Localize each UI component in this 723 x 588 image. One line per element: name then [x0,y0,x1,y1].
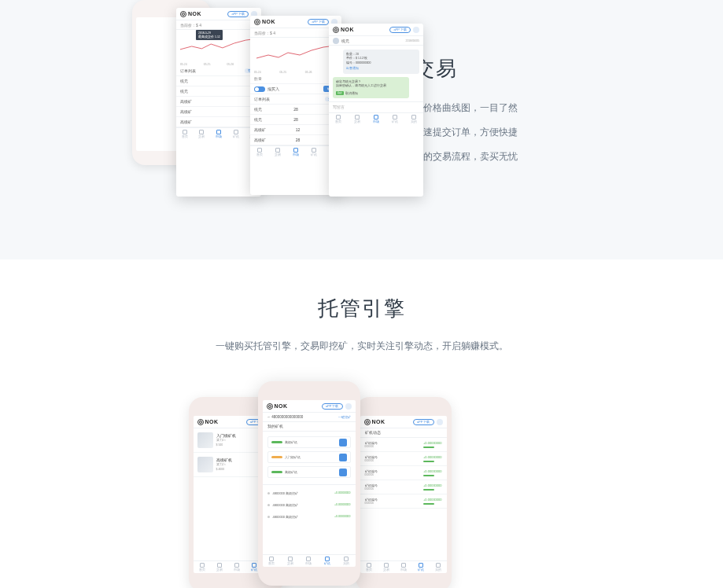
phone-engine: NOKaPP 下载 ← 4800000000000000一键挖矿 我的矿机 高级… [258,381,360,586]
tab-market[interactable]: 市场 [210,128,227,140]
chart-tooltip: 2018-5-29最高成交价 1.12 [196,30,223,40]
status-row[interactable]: 矿机编号0000000+0.00000000 [360,452,447,466]
section1-phones: NOK aPP 下载 当前价：$ 4 2018-5-29最高成交价 1.12 0… [47,0,346,228]
order-row[interactable]: 高级矿14 [176,117,261,127]
download-pill[interactable]: aPP 下载 [308,19,329,25]
order-row[interactable]: 统元281.12 [250,105,341,115]
status-row[interactable]: 矿机编号0000000+0.00000000 [360,438,447,452]
engine-log: 4800000 高级挖矿+0.00000000 [267,488,351,498]
section-engine: 托管引擎 一键购买托管引擎，交易即挖矿，实时关注引擎动态，开启躺赚模式。 NOK… [0,259,723,588]
chat-avatar [333,38,339,44]
engine-log: 4800000 高级挖矿+0.00000000 [267,500,351,509]
price-chart: 2018-5-29最高成交价 1.12 [176,30,261,64]
engine-log: 4800000 高级挖矿+0.00000000 [267,512,351,521]
order-row[interactable]: 统元28 [176,86,261,97]
tab-home[interactable]: 首页 [176,128,194,140]
engine-item[interactable]: 入门级矿机 [267,451,351,463]
status-row[interactable]: 矿机编号0000000+0.00000000 [360,466,447,480]
popup-buy-form: NOK aPP 下载 当前价：$ 4 05.2405.2505.2605.27 … [250,16,341,195]
price-chart [250,38,341,72]
tab-trade[interactable]: 交易 [194,128,211,140]
action-icon[interactable] [339,439,347,447]
section-market: NOK aPP 下载 当前价：$ 4 2018-5-29最高成交价 1.12 0… [0,0,723,259]
order-row[interactable]: 高级矿14 [176,107,261,117]
confirm-tag[interactable]: 确定 [336,91,344,96]
order-row[interactable]: 高级矿121.11 [250,125,341,135]
status-row[interactable]: 矿机编号0000000+0.00000000 [360,480,447,494]
product-image [197,432,213,448]
status-row[interactable]: 矿机编号0000000+0.00000000 [360,494,447,509]
order-row[interactable]: 高级矿281.12 [250,135,341,145]
price-label: 当前价：$ 4 [180,23,201,28]
section2-phones: NOKaPP 下载 入门级矿机算力1 t$ 500 高级矿机算力2 t$ 400… [189,381,535,586]
orders-title: 订单列表 [180,68,196,73]
tab-miner[interactable]: 矿机 [227,128,245,140]
engine-item[interactable]: 高级矿机 [267,436,351,448]
order-row[interactable]: 高级矿14 [176,97,261,107]
chat-message: 数量：20单价：$ 1.12/枚 编号：0000000000 出售通知 [343,50,419,74]
logo-icon [180,11,186,17]
download-pill[interactable]: aPP 下载 [227,11,249,17]
one-click-mine[interactable]: 一键挖矿 [338,415,351,419]
order-row[interactable]: 统元25 [176,76,261,86]
section2-title: 托管引擎 [0,295,723,322]
buy-toggle[interactable] [254,86,265,92]
phone-status: NOKaPP 下载 矿机动态 矿机编号0000000+0.00000000 矿机… [356,397,452,588]
product-image [197,457,213,472]
avatar-icon[interactable] [413,27,419,33]
download-pill[interactable]: aPP 下载 [389,27,411,33]
chat-input[interactable]: 写留言 [329,101,423,112]
chat-message-self: 确定与统元交易？ 如果您确认，请与统元人工进行交易 确定取消通知 [333,77,409,98]
section2-subtitle: 一键购买托管引擎，交易即挖矿，实时关注引擎动态，开启躺赚模式。 [0,340,723,353]
brand-logo: NOK [180,11,201,17]
tabbar: 首页 交易 市场 矿机 我的 [176,127,261,140]
popup-chat: NOK aPP 下载 统元 2018/06/05 数量：20单价：$ 1.12/… [329,24,423,197]
order-row[interactable]: 统元281.12 [250,115,341,125]
popup-chart-orders: NOK aPP 下载 当前价：$ 4 2018-5-29最高成交价 1.12 0… [176,8,261,197]
engine-item[interactable]: 高级矿机 [267,466,351,478]
